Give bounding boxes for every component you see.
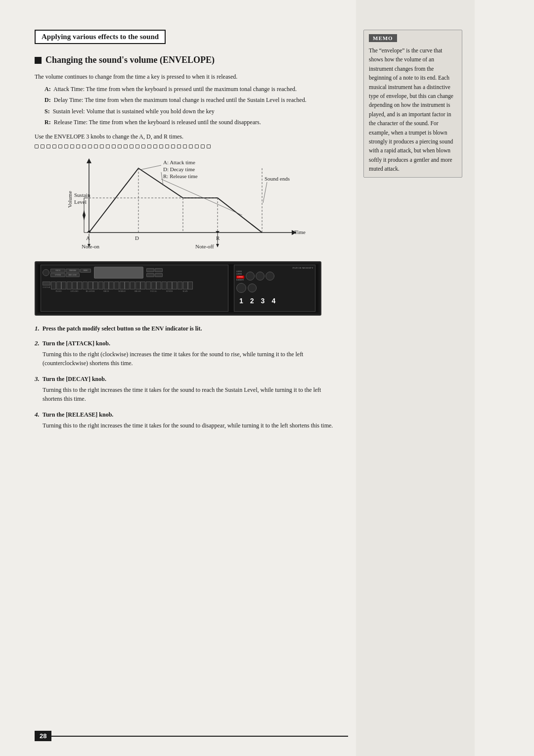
dot-char (70, 144, 74, 148)
intro-text: The volume continues to change from the … (35, 72, 336, 82)
svg-line-12 (140, 165, 161, 170)
dot-char (76, 144, 80, 148)
svg-text:Time: Time (294, 229, 306, 235)
step-1-number: 1. (35, 325, 40, 332)
page-number: 28 (35, 731, 51, 741)
dotted-separator-row (35, 144, 336, 148)
item-a: A: Attack Time: The time from when the k… (44, 85, 336, 94)
chapter-title: Changing the sound's volume (ENVELOPE) (35, 55, 336, 65)
item-s: S: Sustain level: Volume that is sustain… (44, 107, 336, 116)
step-3-text: Turn the [DECAY] knob. (43, 376, 106, 383)
dot-char (153, 144, 157, 148)
step-3: 3. Turn the [DECAY] knob. Turning this t… (35, 375, 336, 404)
envelope-diagram: A: Attack time D: Decay time R: Release … (49, 153, 307, 252)
dot-char (207, 144, 211, 148)
item-r: R: Release Time: The time from when the … (44, 118, 336, 127)
svg-text:Note-off: Note-off (195, 243, 214, 249)
dot-char (106, 144, 110, 148)
dot-char (189, 144, 193, 148)
dot-char (159, 144, 163, 148)
svg-text:R: R (216, 235, 220, 241)
step-2-header: 2. Turn the [ATTACK] knob. (35, 339, 336, 347)
use-envelope-text: Use the ENVELOPE 3 knobs to change the A… (35, 132, 336, 142)
step-4-header: 4. Turn the [RELEASE] knob. (35, 411, 336, 419)
dot-char (82, 144, 86, 148)
dot-char (135, 144, 139, 148)
dot-char (112, 144, 116, 148)
dot-char (177, 144, 181, 148)
sidebar: MEMO The “envelope” is the curve that sh… (356, 0, 475, 756)
footer: 28 (35, 731, 348, 741)
keyboard-inner: PATCH PERFORM DEMO SYSTEM MIDI AUDIO (38, 264, 318, 313)
dot-char (171, 144, 175, 148)
svg-text:R: Release time: R: Release time (163, 173, 198, 179)
dot-char (94, 144, 98, 148)
step-3-detail: Turning this to the right increases the … (43, 385, 336, 404)
dot-char (118, 144, 122, 148)
dot-char (52, 144, 56, 148)
step-3-header: 3. Turn the [DECAY] knob. (35, 375, 336, 383)
page: Applying various effects to the sound Ch… (0, 0, 534, 756)
main-content: Applying various effects to the sound Ch… (0, 0, 356, 756)
dot-char (130, 144, 134, 148)
dot-char (58, 144, 62, 148)
dot-char (201, 144, 205, 148)
dot-char (100, 144, 104, 148)
dot-char (165, 144, 169, 148)
item-d: D: Delay Time: The time from when the ma… (44, 95, 336, 105)
footer-line (51, 736, 348, 737)
step-2: 2. Turn the [ATTACK] knob. Turning this … (35, 339, 336, 368)
step-1: 1. Press the patch modify select button … (35, 325, 336, 332)
step-4: 4. Turn the [RELEASE] knob. Turning this… (35, 411, 336, 430)
black-square-icon (35, 57, 42, 64)
svg-marker-3 (87, 158, 91, 163)
dot-char (35, 144, 39, 148)
dot-char (147, 144, 151, 148)
dot-char (46, 144, 50, 148)
svg-text:Note-on: Note-on (82, 243, 100, 249)
svg-marker-23 (83, 210, 86, 215)
section-header: Applying various effects to the sound (35, 30, 166, 44)
step-4-text: Turn the [RELEASE] knob. (43, 411, 114, 419)
svg-marker-36 (216, 244, 219, 247)
dot-char (195, 144, 199, 148)
svg-text:Sound ends: Sound ends (265, 176, 290, 182)
step-4-detail: Turning this to the right increases the … (43, 421, 336, 430)
section-header-text: Applying various effects to the sound (42, 33, 159, 41)
dot-char (141, 144, 145, 148)
step-4-number: 4. (35, 411, 40, 419)
dot-char (183, 144, 187, 148)
step-2-detail: Turning this to the right (clockwise) in… (43, 350, 336, 368)
svg-text:Volume: Volume (67, 190, 73, 207)
memo-box: MEMO The “envelope” is the curve that sh… (363, 30, 462, 178)
keyboard-diagram: PATCH PERFORM DEMO SYSTEM MIDI AUDIO (35, 261, 321, 316)
svg-line-14 (161, 179, 242, 215)
svg-text:A: Attack time: A: Attack time (163, 159, 195, 165)
svg-text:D: D (135, 235, 139, 241)
keyboard-left-panel: PATCH PERFORM DEMO SYSTEM MIDI AUDIO (41, 265, 228, 312)
svg-text:A: A (86, 235, 90, 241)
step-1-header: 1. Press the patch modify select button … (35, 325, 336, 332)
svg-text:Level: Level (74, 199, 87, 205)
dot-char (88, 144, 92, 148)
svg-text:Sustain: Sustain (74, 192, 90, 198)
memo-text: The “envelope” is the curve that shows h… (369, 46, 457, 173)
envelope-svg: A: Attack time D: Decay time R: Release … (49, 153, 307, 252)
dot-char (41, 144, 44, 148)
keyboard-right-panel: PATCH MODIFY LOWER LOWER LOWER HARMONY (234, 265, 315, 312)
chapter-title-text: Changing the sound's volume (ENVELOPE) (45, 55, 215, 65)
dot-char (124, 144, 128, 148)
step-1-text: Press the patch modify select button so … (43, 325, 202, 332)
step-2-number: 2. (35, 339, 40, 347)
memo-header: MEMO (369, 34, 397, 42)
step-3-number: 3. (35, 375, 40, 383)
step-2-text: Turn the [ATTACK] knob. (43, 340, 110, 347)
svg-marker-24 (83, 215, 86, 220)
dot-char (64, 144, 68, 148)
svg-text:D: Decay time: D: Decay time (163, 166, 195, 172)
svg-line-17 (263, 182, 267, 203)
